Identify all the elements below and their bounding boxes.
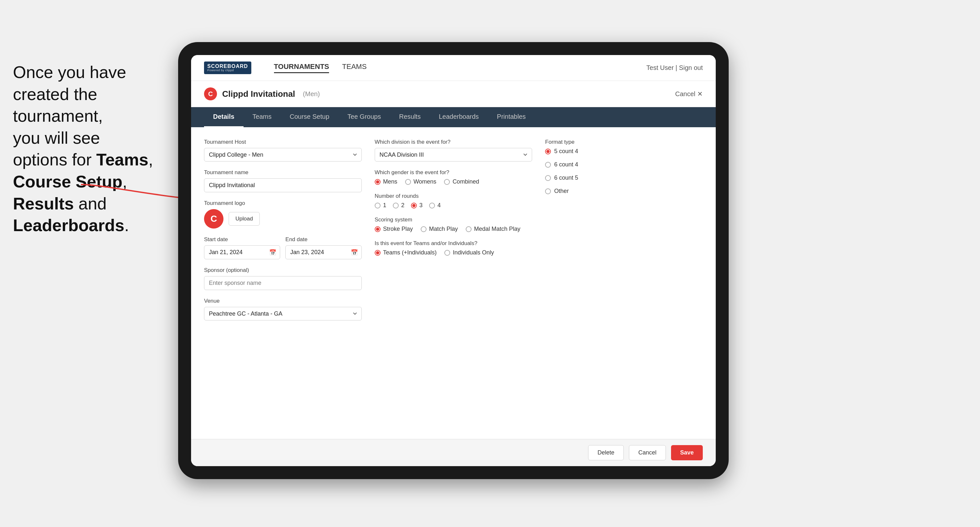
- tournament-host-group: Tournament Host Clippd College - Men: [204, 139, 362, 162]
- logo-title: SCOREBOARD: [207, 63, 248, 69]
- individuals-only-label: Individuals Only: [453, 249, 494, 256]
- format-6count4-label: 6 count 4: [554, 161, 578, 168]
- scoring-radio-group: Stroke Play Match Play Medal Match Play: [375, 225, 533, 232]
- round-3-dot: [411, 203, 417, 208]
- round-1-label: 1: [383, 202, 387, 209]
- venue-select[interactable]: Peachtree GC - Atlanta - GA: [204, 307, 362, 321]
- scoring-stroke[interactable]: Stroke Play: [375, 225, 413, 232]
- logo-subtitle: Powered by clippd: [207, 69, 248, 72]
- format-other-dot: [545, 188, 551, 194]
- scoring-match[interactable]: Match Play: [421, 225, 458, 232]
- gender-combined-label: Combined: [452, 178, 479, 185]
- scoring-group: Scoring system Stroke Play Match Play: [375, 217, 533, 232]
- logo: SCOREBOARD Powered by clippd: [204, 62, 251, 74]
- format-6count5-label: 6 count 5: [554, 175, 578, 181]
- end-date-group: End date 📅: [285, 236, 361, 259]
- upload-button[interactable]: Upload: [229, 212, 260, 225]
- user-label[interactable]: Test User | Sign out: [646, 64, 703, 71]
- scoring-stroke-dot: [375, 226, 380, 232]
- round-3-label: 3: [419, 202, 423, 209]
- logo-preview-icon: C: [204, 209, 223, 229]
- tournament-host-select[interactable]: Clippd College - Men: [204, 148, 362, 162]
- tournament-name-label: Tournament name: [204, 169, 362, 176]
- individuals-only[interactable]: Individuals Only: [444, 249, 494, 256]
- format-5count4-dot: [545, 149, 551, 154]
- cancel-top-button[interactable]: Cancel ✕: [675, 90, 703, 98]
- gender-group: Which gender is the event for? Mens Wome…: [375, 169, 533, 185]
- annotation-text: Once you have created the tournament, yo…: [0, 52, 169, 246]
- format-other-label: Other: [554, 188, 569, 195]
- format-type-label: Format type: [545, 139, 703, 145]
- format-5count4-label: 5 count 4: [554, 148, 578, 155]
- form-column-1: Tournament Host Clippd College - Men Tou…: [204, 139, 362, 427]
- format-6count4[interactable]: 6 count 4: [545, 161, 703, 168]
- scoring-medal-label: Medal Match Play: [474, 225, 520, 232]
- gender-radio-group: Mens Womens Combined: [375, 178, 533, 185]
- teams-individuals-group: Is this event for Teams and/or Individua…: [375, 240, 533, 256]
- format-other[interactable]: Other: [545, 188, 703, 195]
- tab-bar: Details Teams Course Setup Tee Groups Re…: [191, 107, 716, 127]
- tab-leaderboards[interactable]: Leaderboards: [430, 107, 488, 127]
- start-date-group: Start date 📅: [204, 236, 280, 259]
- end-date-wrapper: 📅: [285, 245, 361, 259]
- nav-links: TOURNAMENTS TEAMS: [274, 62, 367, 73]
- tab-course-setup[interactable]: Course Setup: [281, 107, 339, 127]
- save-button[interactable]: Save: [671, 445, 703, 460]
- round-4[interactable]: 4: [429, 202, 441, 209]
- gender-womens-label: Womens: [414, 178, 437, 185]
- format-5count4[interactable]: 5 count 4: [545, 148, 703, 155]
- tournament-logo-group: Tournament logo C Upload: [204, 200, 362, 229]
- tournament-gender: (Men): [303, 90, 320, 98]
- sponsor-label: Sponsor (optional): [204, 267, 362, 273]
- tab-details[interactable]: Details: [204, 107, 243, 127]
- round-3[interactable]: 3: [411, 202, 423, 209]
- delete-button[interactable]: Delete: [588, 445, 624, 460]
- gender-mens-label: Mens: [383, 178, 398, 185]
- tournament-icon: C: [204, 87, 217, 100]
- end-date-input[interactable]: [285, 245, 361, 259]
- gender-mens-dot: [375, 179, 380, 185]
- gender-womens[interactable]: Womens: [405, 178, 437, 185]
- start-date-label: Start date: [204, 236, 280, 243]
- tab-teams[interactable]: Teams: [243, 107, 281, 127]
- format-6count5[interactable]: 6 count 5: [545, 175, 703, 181]
- form-column-3: Format type 5 count 4 6 count 4 6 count …: [545, 139, 703, 427]
- nav-tournaments[interactable]: TOURNAMENTS: [274, 62, 329, 73]
- user-info[interactable]: Test User | Sign out: [646, 64, 703, 71]
- individuals-only-dot: [444, 250, 450, 256]
- rounds-group: Number of rounds 1 2 3: [375, 193, 533, 209]
- form-column-2: Which division is the event for? NCAA Di…: [375, 139, 533, 427]
- tournament-header: C Clippd Invitational (Men) Cancel ✕: [191, 81, 716, 107]
- teams-plus-individuals[interactable]: Teams (+Individuals): [375, 249, 437, 256]
- format-6count5-dot: [545, 175, 551, 181]
- gender-combined[interactable]: Combined: [444, 178, 479, 185]
- tab-tee-groups[interactable]: Tee Groups: [339, 107, 390, 127]
- round-2[interactable]: 2: [393, 202, 404, 209]
- cancel-button[interactable]: Cancel: [629, 445, 666, 460]
- sponsor-input[interactable]: [204, 276, 362, 290]
- tab-results[interactable]: Results: [390, 107, 430, 127]
- teams-plus-label: Teams (+Individuals): [383, 249, 437, 256]
- sponsor-group: Sponsor (optional): [204, 267, 362, 290]
- tournament-name-input[interactable]: [204, 178, 362, 192]
- tournament-name: Clippd Invitational: [222, 89, 295, 99]
- gender-mens[interactable]: Mens: [375, 178, 398, 185]
- venue-label: Venue: [204, 298, 362, 304]
- division-select[interactable]: NCAA Division III: [375, 148, 533, 162]
- dates-row: Start date 📅 End date 📅: [204, 236, 362, 259]
- venue-group: Venue Peachtree GC - Atlanta - GA: [204, 298, 362, 321]
- rounds-radio-group: 1 2 3 4: [375, 202, 533, 209]
- start-date-wrapper: 📅: [204, 245, 280, 259]
- logo-upload-area: C Upload: [204, 209, 362, 229]
- bottom-action-bar: Delete Cancel Save: [191, 439, 716, 466]
- tournament-title-row: C Clippd Invitational (Men): [204, 87, 320, 100]
- scoring-label: Scoring system: [375, 217, 533, 223]
- round-1[interactable]: 1: [375, 202, 387, 209]
- round-4-label: 4: [438, 202, 441, 209]
- scoring-medal[interactable]: Medal Match Play: [466, 225, 520, 232]
- tab-printables[interactable]: Printables: [488, 107, 535, 127]
- start-date-input[interactable]: [204, 245, 280, 259]
- nav-teams[interactable]: TEAMS: [342, 62, 367, 73]
- tablet-screen: SCOREBOARD Powered by clippd TOURNAMENTS…: [191, 55, 716, 466]
- form-area: Tournament Host Clippd College - Men Tou…: [191, 127, 716, 439]
